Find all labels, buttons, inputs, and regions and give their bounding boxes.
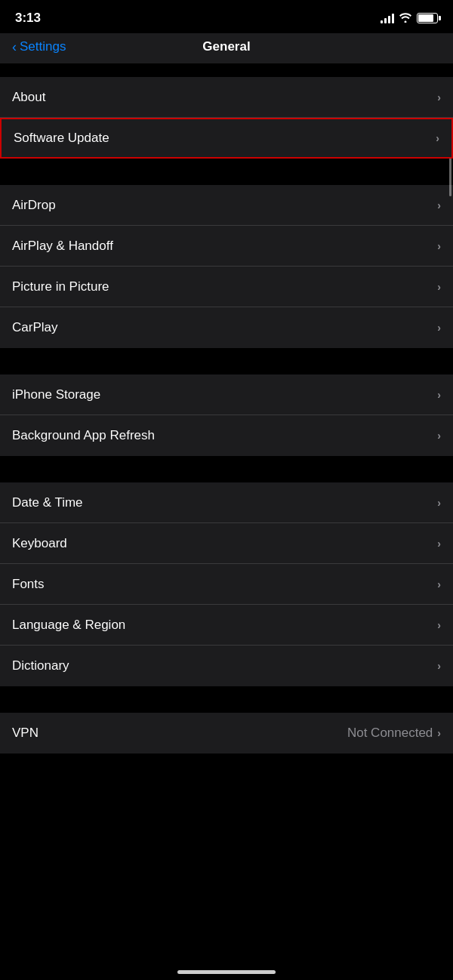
- row-right-airdrop: ›: [437, 199, 441, 211]
- row-label-background-app-refresh: Background App Refresh: [12, 428, 155, 443]
- row-right-dictionary: ›: [437, 660, 441, 672]
- section-gap-3: [0, 348, 453, 374]
- status-icons: [381, 12, 438, 25]
- status-time: 3:13: [15, 11, 41, 26]
- chevron-icon-keyboard: ›: [437, 538, 441, 550]
- settings-row-dictionary[interactable]: Dictionary ›: [0, 646, 453, 686]
- settings-group-vpn: VPN Not Connected ›: [0, 713, 453, 753]
- chevron-icon-about: ›: [437, 91, 441, 103]
- settings-row-keyboard[interactable]: Keyboard ›: [0, 523, 453, 564]
- row-right-keyboard: ›: [437, 538, 441, 550]
- row-label-dictionary: Dictionary: [12, 658, 69, 673]
- settings-row-vpn[interactable]: VPN Not Connected ›: [0, 713, 453, 753]
- settings-row-language-region[interactable]: Language & Region ›: [0, 605, 453, 646]
- row-label-software-update: Software Update: [14, 131, 109, 146]
- chevron-icon-airplay-handoff: ›: [437, 240, 441, 252]
- vpn-status: Not Connected: [347, 726, 433, 741]
- chevron-icon-picture-in-picture: ›: [437, 281, 441, 293]
- settings-row-about[interactable]: About ›: [0, 77, 453, 118]
- chevron-icon-dictionary: ›: [437, 660, 441, 672]
- row-right-carplay: ›: [437, 322, 441, 334]
- settings-row-iphone-storage[interactable]: iPhone Storage ›: [0, 374, 453, 415]
- settings-group-3: iPhone Storage › Background App Refresh …: [0, 374, 453, 456]
- settings-group-1: About › Software Update ›: [0, 77, 453, 159]
- row-right-iphone-storage: ›: [437, 389, 441, 401]
- row-label-language-region: Language & Region: [12, 618, 125, 633]
- section-gap-4: [0, 456, 453, 482]
- section-gap-2: [0, 159, 453, 185]
- nav-header: ‹ Settings General: [0, 33, 453, 63]
- chevron-icon-iphone-storage: ›: [437, 389, 441, 401]
- settings-row-fonts[interactable]: Fonts ›: [0, 564, 453, 605]
- section-gap-1: [0, 63, 453, 77]
- chevron-icon-software-update: ›: [436, 132, 439, 144]
- row-label-fonts: Fonts: [12, 577, 45, 592]
- wifi-icon: [399, 12, 412, 25]
- back-chevron-icon: ‹: [12, 39, 17, 55]
- row-right-software-update: ›: [436, 132, 439, 144]
- row-right-vpn: Not Connected ›: [347, 726, 441, 741]
- settings-row-picture-in-picture[interactable]: Picture in Picture ›: [0, 267, 453, 307]
- settings-row-airplay-handoff[interactable]: AirPlay & Handoff ›: [0, 226, 453, 267]
- row-right-picture-in-picture: ›: [437, 281, 441, 293]
- chevron-icon-fonts: ›: [437, 578, 441, 590]
- row-label-vpn: VPN: [12, 726, 39, 741]
- settings-row-software-update[interactable]: Software Update ›: [0, 118, 453, 159]
- battery-icon: [417, 13, 438, 23]
- row-right-about: ›: [437, 91, 441, 103]
- back-label: Settings: [20, 39, 66, 54]
- row-label-iphone-storage: iPhone Storage: [12, 387, 100, 402]
- status-bar: 3:13: [0, 0, 453, 33]
- row-label-airplay-handoff: AirPlay & Handoff: [12, 239, 113, 254]
- row-label-airdrop: AirDrop: [12, 198, 56, 213]
- settings-group-2: AirDrop › AirPlay & Handoff › Picture in…: [0, 185, 453, 348]
- signal-icon: [381, 13, 394, 23]
- back-button[interactable]: ‹ Settings: [12, 39, 66, 55]
- chevron-icon-carplay: ›: [437, 322, 441, 334]
- row-label-date-time: Date & Time: [12, 495, 83, 510]
- row-right-date-time: ›: [437, 497, 441, 509]
- chevron-icon-date-time: ›: [437, 497, 441, 509]
- settings-group-4: Date & Time › Keyboard › Fonts › Languag…: [0, 482, 453, 686]
- settings-row-airdrop[interactable]: AirDrop ›: [0, 185, 453, 226]
- scrollbar[interactable]: [449, 113, 451, 942]
- row-right-fonts: ›: [437, 578, 441, 590]
- row-right-language-region: ›: [437, 619, 441, 631]
- settings-row-date-time[interactable]: Date & Time ›: [0, 482, 453, 523]
- chevron-icon-background-app-refresh: ›: [437, 430, 441, 442]
- row-right-airplay-handoff: ›: [437, 240, 441, 252]
- section-gap-5: [0, 686, 453, 713]
- settings-row-background-app-refresh[interactable]: Background App Refresh ›: [0, 415, 453, 456]
- page-title: General: [202, 39, 250, 54]
- row-right-background-app-refresh: ›: [437, 430, 441, 442]
- settings-row-carplay[interactable]: CarPlay ›: [0, 307, 453, 348]
- chevron-icon-vpn: ›: [437, 727, 441, 739]
- home-indicator: [177, 970, 276, 974]
- chevron-icon-airdrop: ›: [437, 199, 441, 211]
- row-label-picture-in-picture: Picture in Picture: [12, 279, 109, 294]
- row-label-keyboard: Keyboard: [12, 536, 67, 551]
- row-label-carplay: CarPlay: [12, 320, 57, 335]
- chevron-icon-language-region: ›: [437, 619, 441, 631]
- row-label-about: About: [12, 90, 45, 105]
